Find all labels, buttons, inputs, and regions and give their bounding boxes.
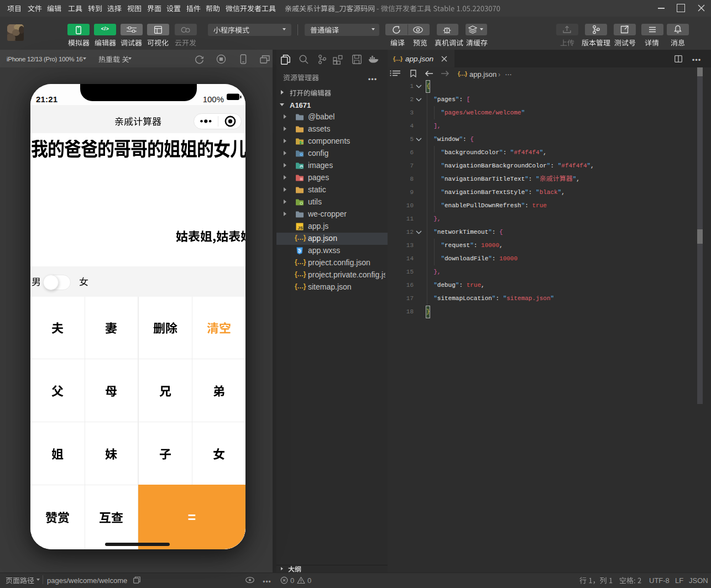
svg-text:JS: JS	[298, 225, 303, 230]
